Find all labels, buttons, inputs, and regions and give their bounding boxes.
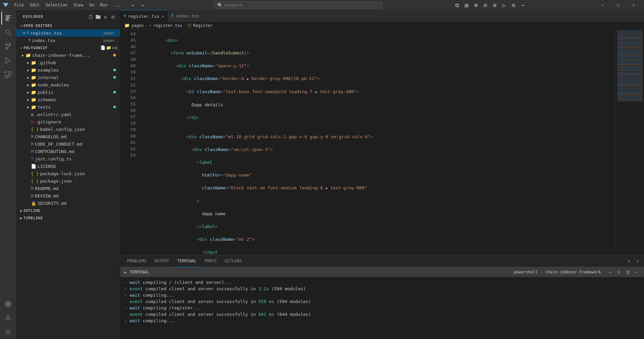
terminal-expand-icon[interactable]: ▶ <box>124 270 127 275</box>
search-input[interactable] <box>224 3 379 7</box>
layout2-icon[interactable]: ▤ <box>463 1 471 9</box>
run-icon[interactable]: ▷ <box>500 1 508 9</box>
activity-run-debug[interactable] <box>1 54 15 67</box>
project-new-folder[interactable]: 📁 <box>106 45 111 50</box>
file-package-lock-name: package-lock.json <box>40 171 117 176</box>
folder-public[interactable]: ▶ 📁 public <box>16 88 120 96</box>
open-editor-index[interactable]: T index.tsx pages <box>16 37 120 44</box>
project-new-file[interactable]: 📄 <box>100 45 105 50</box>
file-package[interactable]: { } package.json <box>16 177 120 185</box>
menu-selection[interactable]: Selection <box>43 2 70 8</box>
panel-tab-ports[interactable]: PORTS <box>201 255 221 267</box>
customize-layout-icon[interactable]: ⊟ <box>481 1 489 9</box>
tab-register[interactable]: T register.tsx ✕ <box>120 10 168 22</box>
folder-examples[interactable]: ▶ 📁 examples <box>16 66 120 74</box>
panel-tab-output[interactable]: OUTPUT <box>151 255 173 267</box>
menu-file[interactable]: File <box>11 2 27 8</box>
split-editor-icon[interactable]: ⊟ <box>510 1 518 9</box>
kill-terminal-button[interactable]: 🗑 <box>624 268 631 276</box>
sidebar-header: Explorer ↻ ⊟ <box>16 10 120 22</box>
folder-icon: 📁 <box>31 82 36 87</box>
menu-more[interactable]: ... <box>111 2 124 8</box>
panel-tab-problems[interactable]: PROBLEMS <box>123 255 151 267</box>
open-editors-header[interactable]: ▾ Open Editors <box>16 22 120 29</box>
folder-icon: 📁 <box>31 75 36 80</box>
timeline-header[interactable]: ▶ TIMELINE <box>16 214 120 222</box>
new-file-button[interactable] <box>88 14 94 20</box>
window-maximize-button[interactable]: □ <box>610 0 626 10</box>
breadcrumb-symbol[interactable]: Register <box>193 23 213 28</box>
window-minimize-button[interactable]: ─ <box>595 0 610 10</box>
project-header[interactable]: ▾ POLYGONCIF 📄 📁 ↻ ⊟ <box>16 44 120 51</box>
activity-extensions[interactable] <box>1 68 15 81</box>
code-content[interactable]: <div> <form onSubmit={handleSubmit}> <di… <box>139 29 615 255</box>
refresh-button[interactable]: ↻ <box>102 14 109 20</box>
file-security[interactable]: 🔒 SECURITY.md <box>16 199 120 207</box>
tab-index[interactable]: T index.tsx <box>168 10 203 22</box>
file-eslintrc[interactable]: ⚙ .eslintrc.yaml <box>16 111 120 118</box>
file-coc[interactable]: M CODE_OF_CONDUCT.md <box>16 140 120 148</box>
outline-header[interactable]: ▶ OUTLINE <box>16 207 120 214</box>
file-crumb-icon: ⚛ <box>149 23 151 28</box>
window-close-button[interactable]: ✕ <box>626 0 641 10</box>
folder-internal-name: internal <box>38 75 113 80</box>
file-review[interactable]: M REVIEW.md <box>16 192 120 199</box>
panel-close-button[interactable]: ✕ <box>634 257 641 265</box>
panel-tab-terminal[interactable]: TERMINAL <box>173 255 201 267</box>
layout3-icon[interactable]: ⊞ <box>472 1 480 9</box>
menu-go[interactable]: Go <box>87 2 97 8</box>
file-jest[interactable]: T jest.config.ts <box>16 155 120 162</box>
file-coc-name: CODE_OF_CONDUCT.md <box>35 142 117 147</box>
file-changelog[interactable]: M CHANGELOG.md <box>16 133 120 140</box>
folder-tests[interactable]: ▶ 📁 tests <box>16 103 120 111</box>
panel-tab-gitlens[interactable]: GITLENS <box>221 255 246 267</box>
file-package-lock[interactable]: { } package-lock.json <box>16 170 120 177</box>
activity-remote[interactable] <box>1 297 15 311</box>
new-folder-button[interactable] <box>95 14 101 20</box>
settings-icon[interactable]: ⚙ <box>491 1 499 9</box>
activity-source-control[interactable] <box>1 40 15 53</box>
file-babel[interactable]: { } babel.config.json <box>16 125 120 133</box>
breadcrumb-pages[interactable]: pages <box>132 23 144 28</box>
folder-icon: 📁 <box>26 53 31 58</box>
tab-close-button[interactable]: ✕ <box>162 13 164 19</box>
terminal-content[interactable]: - wait compiling / (client and server)..… <box>120 277 644 339</box>
breadcrumb-file[interactable]: register.tsx <box>153 23 182 28</box>
badge-green3 <box>113 91 116 93</box>
nav-back-button[interactable]: ← <box>129 1 137 9</box>
nav-forward-button[interactable]: → <box>138 1 146 9</box>
file-readme[interactable]: M README.md <box>16 185 120 192</box>
folder-internal[interactable]: ▶ 📁 internal <box>16 74 120 81</box>
menu-view[interactable]: View <box>71 2 86 8</box>
menu-edit[interactable]: Edit <box>27 2 42 8</box>
layout-icon[interactable]: ⧉ <box>453 1 461 9</box>
new-terminal-button[interactable]: + <box>606 268 614 276</box>
file-gitignore[interactable]: ⊙ .gitignore <box>16 118 120 125</box>
menu-run[interactable]: Run <box>97 2 110 8</box>
open-editor-register[interactable]: ✕ T register.tsx pages <box>16 29 120 37</box>
folder-github[interactable]: ▶ 📁 .github <box>16 59 120 66</box>
file-license[interactable]: 📄 LICENSE <box>16 162 120 170</box>
folder-node-modules[interactable]: ▶ 📁 node_modules <box>16 81 120 88</box>
activity-settings[interactable] <box>1 326 15 339</box>
svg-point-0 <box>6 30 10 34</box>
md-icon3: M <box>31 149 34 154</box>
code-editor[interactable]: 44 45 46 47 48 49 50 51 52 53 54 55 56 5… <box>120 29 644 255</box>
more-icon[interactable]: ⋯ <box>519 1 527 9</box>
project-refresh[interactable]: ↻ <box>112 45 114 50</box>
file-contributing[interactable]: M CONTRIBUTING.md <box>16 148 120 155</box>
folder-github-name: .github <box>38 60 117 65</box>
activity-search[interactable] <box>1 26 15 39</box>
project-collapse[interactable]: ⊟ <box>115 45 117 50</box>
close-icon[interactable]: ✕ <box>23 31 25 35</box>
folder-schemas[interactable]: ▶ 📁 schemas <box>16 96 120 103</box>
split-terminal-button[interactable]: ⊟ <box>615 268 622 276</box>
terminal-more-button[interactable]: ⋯ <box>633 268 640 276</box>
search-box[interactable]: 🔍 <box>214 1 382 9</box>
collapse-button[interactable]: ⊟ <box>110 14 116 20</box>
panel-minimize-button[interactable]: ∧ <box>625 257 633 265</box>
folder-chain-indexer-name: chain-indexer-frame... <box>32 53 113 58</box>
folder-chain-indexer[interactable]: ▶ 📁 chain-indexer-frame... <box>16 51 120 59</box>
activity-explorer[interactable] <box>1 11 15 25</box>
activity-accounts[interactable] <box>1 311 15 325</box>
